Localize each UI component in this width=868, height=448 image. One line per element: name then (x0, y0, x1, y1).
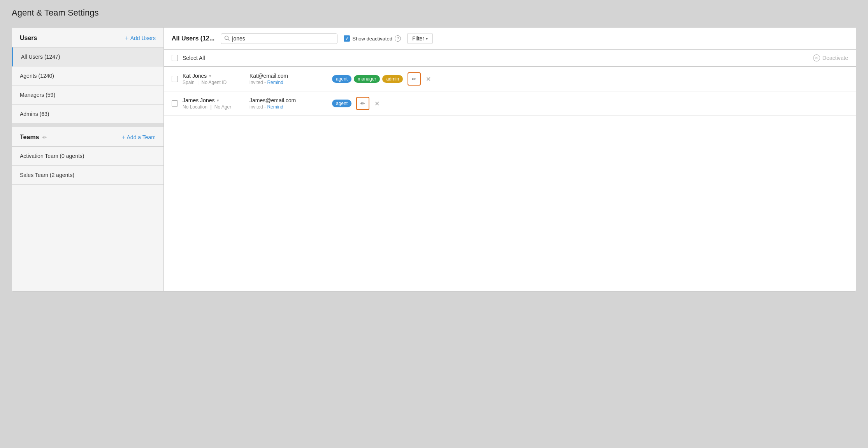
main-panel: Users + Add Users All Users (1247) Agent… (12, 27, 856, 292)
help-icon[interactable]: ? (395, 35, 401, 42)
show-deactivated-checkbox[interactable] (344, 35, 350, 42)
content-header: All Users (12... Show deactivated ? Filt… (164, 28, 856, 50)
james-jones-actions: ✏ ✕ (356, 97, 381, 110)
filter-button[interactable]: Filter ▾ (407, 33, 433, 44)
users-section-header: Users + Add Users (12, 28, 163, 47)
james-jones-edit-icon: ✏ (360, 100, 365, 107)
james-jones-name: James Jones (183, 97, 214, 103)
svg-line-1 (228, 39, 230, 40)
james-jones-location: No Location (183, 104, 207, 110)
kat-jones-edit-button[interactable]: ✏ (408, 72, 421, 86)
add-team-label: Add a Team (127, 134, 156, 140)
sidebar-item-agents[interactable]: Agents (1240) (12, 66, 163, 86)
kat-jones-meta: Spain | No Agent ID (183, 80, 245, 85)
search-box (221, 33, 337, 44)
james-jones-email-block: James@email.com invited - Remind (250, 97, 327, 110)
james-jones-email: James@email.com (250, 97, 327, 103)
sidebar-item-managers[interactable]: Managers (59) (12, 86, 163, 105)
kat-jones-status: invited - Remind (250, 80, 327, 85)
add-users-button[interactable]: + Add Users (125, 35, 156, 42)
deactivate-label: Deactivate (822, 55, 848, 61)
james-jones-remind-link[interactable]: Remind (267, 104, 283, 110)
add-team-plus-icon: + (121, 134, 125, 141)
user-row-kat-jones: Kat Jones ▾ Spain | No Agent ID Kat@emai… (164, 67, 856, 91)
teams-section-header: Teams ✏ + Add a Team (12, 124, 163, 147)
users-section-title: Users (20, 35, 37, 42)
james-jones-agent-badge: agent (332, 100, 351, 107)
sidebar-item-admins[interactable]: Admins (63) (12, 105, 163, 124)
select-all-row: Select All ✕ Deactivate (164, 50, 856, 67)
page-title: Agent & Team Settings (12, 8, 856, 18)
sidebar-item-managers-label: Managers (59) (20, 92, 55, 98)
kat-jones-email: Kat@email.com (250, 73, 327, 79)
kat-jones-chevron-icon[interactable]: ▾ (209, 74, 211, 79)
kat-jones-checkbox[interactable] (172, 76, 178, 82)
sidebar-item-all-users[interactable]: All Users (1247) (12, 47, 163, 66)
kat-jones-agent-id: No Agent ID (202, 80, 227, 85)
kat-jones-name-block: Kat Jones ▾ Spain | No Agent ID (183, 73, 245, 85)
kat-jones-email-block: Kat@email.com invited - Remind (250, 73, 327, 85)
select-all-checkbox[interactable] (172, 55, 178, 61)
select-all-left: Select All (172, 55, 205, 61)
kat-jones-roles: agent manager admin (332, 75, 403, 83)
teams-edit-pencil-icon[interactable]: ✏ (42, 135, 47, 140)
show-deactivated-group: Show deactivated ? (344, 35, 401, 42)
add-users-label: Add Users (130, 35, 156, 41)
filter-chevron-icon: ▾ (426, 37, 428, 41)
search-icon (224, 35, 230, 42)
teams-title-row: Teams ✏ (20, 134, 47, 141)
sidebar-item-admins-label: Admins (63) (20, 111, 49, 117)
james-jones-invited: invited (250, 104, 263, 110)
sidebar-item-activation-team[interactable]: Activation Team (0 agents) (12, 147, 163, 166)
kat-jones-name: Kat Jones (183, 73, 207, 79)
teams-section-title: Teams (20, 134, 39, 141)
sidebar: Users + Add Users All Users (1247) Agent… (12, 28, 164, 291)
search-input[interactable] (232, 35, 334, 42)
james-jones-agent-id: No Ager (214, 104, 231, 110)
kat-jones-remind-link[interactable]: Remind (267, 80, 283, 85)
sidebar-item-sales-team-label: Sales Team (2 agents) (20, 172, 74, 178)
sidebar-item-agents-label: Agents (1240) (20, 73, 54, 79)
user-row-james-jones: James Jones ▾ No Location | No Ager Jame… (164, 91, 856, 116)
james-jones-close-button[interactable]: ✕ (373, 99, 381, 108)
sidebar-item-all-users-label: All Users (1247) (21, 54, 60, 60)
add-team-button[interactable]: + Add a Team (121, 134, 156, 141)
james-jones-meta: No Location | No Ager (183, 104, 245, 110)
content-area: All Users (12... Show deactivated ? Filt… (164, 28, 856, 291)
james-jones-name-block: James Jones ▾ No Location | No Ager (183, 97, 245, 110)
select-all-label: Select All (183, 55, 205, 61)
sidebar-item-activation-team-label: Activation Team (0 agents) (20, 153, 84, 159)
deactivate-circle-icon: ✕ (813, 54, 820, 61)
james-jones-edit-button[interactable]: ✏ (356, 97, 369, 110)
james-jones-checkbox[interactable] (172, 100, 178, 107)
kat-jones-agent-badge: agent (332, 75, 351, 83)
kat-jones-invited: invited (250, 80, 263, 85)
kat-jones-admin-badge: admin (382, 75, 403, 83)
sidebar-item-sales-team[interactable]: Sales Team (2 agents) (12, 166, 163, 185)
kat-jones-location: Spain (183, 80, 195, 85)
deactivate-button[interactable]: ✕ Deactivate (813, 54, 848, 61)
james-jones-chevron-icon[interactable]: ▾ (217, 98, 219, 103)
content-title: All Users (12... (172, 35, 214, 42)
show-deactivated-label: Show deactivated (352, 36, 392, 42)
kat-jones-manager-badge: manager (354, 75, 380, 83)
kat-jones-actions: ✏ ✕ (408, 72, 432, 86)
filter-label: Filter (412, 35, 424, 42)
kat-jones-close-button[interactable]: ✕ (424, 75, 432, 83)
james-jones-status: invited - Remind (250, 104, 327, 110)
kat-jones-edit-icon: ✏ (412, 76, 416, 82)
james-jones-roles: agent (332, 100, 351, 107)
plus-icon: + (125, 35, 128, 42)
